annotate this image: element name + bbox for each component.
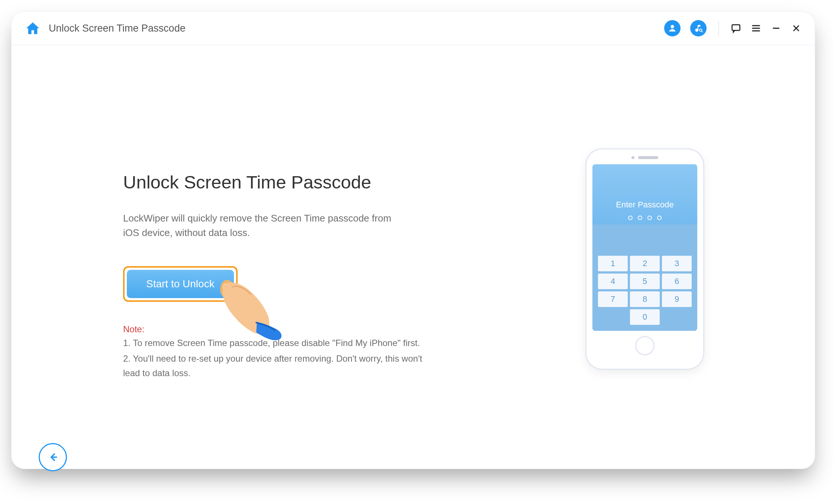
key-1: 1 (598, 256, 628, 271)
minimize-icon[interactable] (771, 23, 781, 33)
feedback-icon[interactable] (731, 23, 741, 34)
key-8: 8 (630, 291, 660, 307)
back-button[interactable] (39, 443, 67, 471)
content-description: LockWiper will quickly remove the Screen… (123, 211, 406, 240)
page-title: Unlock Screen Time Passcode (49, 23, 186, 34)
app-window: Unlock Screen Time Passcode (11, 11, 815, 469)
note-line-1: 1. To remove Screen Time passcode, pleas… (123, 336, 432, 350)
topbar-actions (664, 20, 801, 36)
key-6: 6 (662, 274, 692, 289)
arrow-left-icon (46, 451, 59, 463)
user-icon[interactable] (664, 20, 681, 36)
key-0: 0 (630, 309, 660, 325)
note-block: Note: 1. To remove Screen Time passcode,… (123, 324, 458, 380)
home-icon[interactable] (25, 20, 41, 36)
key-3: 3 (662, 256, 692, 271)
note-line-2: 2. You'll need to re-set up your device … (123, 352, 432, 380)
key-2: 2 (630, 256, 660, 271)
key-9: 9 (662, 291, 692, 307)
start-unlock-button[interactable]: Start to Unlock (127, 270, 234, 298)
passcode-dots (628, 216, 662, 220)
phone-home-button-icon (635, 336, 654, 355)
content-area: Unlock Screen Time Passcode LockWiper wi… (12, 45, 815, 469)
svg-rect-2 (732, 25, 740, 30)
close-icon[interactable] (791, 23, 801, 33)
key-5: 5 (630, 274, 660, 289)
menu-icon[interactable] (751, 23, 761, 33)
cta-highlight: Start to Unlock (123, 266, 238, 302)
note-header: Note: (123, 324, 458, 335)
divider (718, 21, 719, 36)
phone-earpiece (592, 156, 697, 159)
svg-point-0 (670, 25, 674, 28)
key-4: 4 (598, 274, 628, 289)
phone-screen: Enter Passcode 1 2 3 4 5 (592, 164, 697, 331)
top-bar: Unlock Screen Time Passcode (12, 12, 815, 45)
key-7: 7 (598, 291, 628, 307)
phone-illustration: Enter Passcode 1 2 3 4 5 (586, 149, 703, 369)
enter-passcode-label: Enter Passcode (616, 200, 673, 210)
content-heading: Unlock Screen Time Passcode (123, 172, 458, 193)
music-search-icon[interactable] (690, 20, 707, 36)
phone-keypad: 1 2 3 4 5 6 7 8 9 (592, 224, 697, 331)
content-left: Unlock Screen Time Passcode LockWiper wi… (123, 172, 458, 382)
